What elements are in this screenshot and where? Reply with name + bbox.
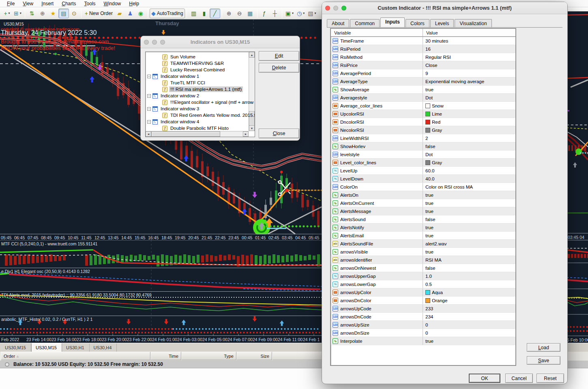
reset-button[interactable]: Reset — [536, 374, 564, 383]
param-row[interactable]: ½arrowsLowerGap0.5 — [331, 280, 515, 288]
param-row[interactable]: arrowsDnColorOrange — [331, 297, 515, 305]
collapse-icon[interactable]: − — [147, 94, 151, 98]
cancel-button[interactable]: Cancel — [505, 374, 533, 383]
load-button[interactable]: Load — [527, 343, 560, 352]
param-row[interactable]: ∿AlertsNotifytrue — [331, 224, 515, 232]
chart-tab-1[interactable]: US30,M15 — [31, 343, 62, 352]
tab-colors[interactable]: Colors — [406, 19, 429, 28]
chart-tab-2[interactable]: US30,H1 — [62, 344, 90, 352]
param-row[interactable]: 123RsiPeriod16 — [331, 45, 515, 53]
param-value-cell[interactable]: Snow — [423, 102, 515, 110]
scroll-thumb-horizontal[interactable] — [151, 131, 220, 137]
param-row[interactable]: 123LineWidthRSI2 — [331, 134, 515, 142]
param-row[interactable]: Level_color_linesGray — [331, 159, 515, 167]
param-row[interactable]: ∿AlertsOntrue — [331, 191, 515, 199]
param-value-cell[interactable]: 16 — [423, 45, 515, 53]
scroll-up-button[interactable]: ▲ — [249, 52, 255, 58]
param-value-cell[interactable]: true — [423, 86, 515, 93]
param-row[interactable]: ∿ShowHorlevfalse — [331, 142, 515, 150]
line-chart-button[interactable]: ╱ — [210, 9, 220, 18]
tab-levels[interactable]: Levels — [430, 19, 454, 28]
templates-button[interactable]: ▧▾ — [306, 9, 318, 18]
signals-icon[interactable]: ◉ — [135, 9, 146, 18]
param-row[interactable]: 123TimeFrame30 minutes — [331, 37, 515, 45]
param-value-cell[interactable]: Dot — [423, 94, 515, 101]
scroll-down-button[interactable]: ▼ — [249, 125, 255, 131]
param-row[interactable]: 123ColorOnColor on RSI cross MA — [331, 183, 515, 191]
horizontal-scrollbar[interactable]: ◄ ► — [146, 131, 249, 137]
param-value-cell[interactable]: false — [423, 215, 515, 223]
zoom-in-button[interactable]: ⊕ — [224, 9, 234, 18]
indicators-window-titlebar[interactable]: Indicators on US30,M15 — [141, 36, 300, 48]
indicators-tree[interactable]: ▲ ▼ ◄ ► ƒSun VolumeƒTEAMWITHERVING S&RƒL… — [145, 52, 255, 137]
param-value-cell[interactable]: Lime — [423, 110, 515, 118]
new-chart2-button[interactable]: ▣▾ — [284, 9, 295, 18]
param-value-cell[interactable]: Gray — [423, 126, 515, 134]
tree-indicator-item[interactable]: ƒ!!! RSI ma simple+Arrows 1.1 (mtf) — [162, 86, 243, 92]
zoom-out-button[interactable]: ⊖ — [234, 9, 245, 18]
chart-shift-button[interactable]: ┼ — [270, 9, 280, 18]
param-value-cell[interactable]: 9 — [423, 69, 515, 77]
param-row[interactable]: 123arrowsDnSize0 — [331, 329, 515, 337]
tree-indicator-item[interactable]: ƒDouble Parabolic MTF Histo — [162, 125, 230, 131]
param-value-cell[interactable]: Close — [423, 61, 515, 69]
param-value-cell[interactable]: 2 — [423, 134, 515, 142]
tree-indicator-item[interactable]: ƒSun Volume — [162, 54, 197, 60]
param-value-cell[interactable]: false — [423, 264, 515, 272]
chart-layout-button[interactable]: ⊞▾ — [12, 9, 23, 18]
param-value-cell[interactable]: 234 — [423, 313, 515, 320]
tree-indicator-item[interactable]: ƒTEAMWITHERVING S&R — [162, 60, 225, 67]
variable-column-header[interactable]: Variable — [331, 29, 423, 37]
tab-about[interactable]: About — [327, 19, 349, 28]
vertical-scrollbar[interactable]: ▲ ▼ — [249, 52, 255, 131]
param-value-cell[interactable]: false — [423, 142, 515, 150]
tab-inputs[interactable]: Inputs — [380, 17, 405, 28]
deposit-icon[interactable]: ▰ — [114, 9, 125, 18]
param-row[interactable]: abAlertsSoundFilealert2.wav — [331, 240, 515, 248]
param-value-cell[interactable]: Gray — [423, 159, 515, 166]
tree-indicator-item[interactable]: ƒLucky Reversal Combined — [162, 67, 226, 73]
collapse-icon[interactable]: − — [147, 120, 151, 124]
param-value-cell[interactable]: 233 — [423, 305, 515, 312]
param-row[interactable]: UpcolorRSILime — [331, 110, 515, 118]
param-value-cell[interactable]: 1.0 — [423, 272, 515, 280]
param-row[interactable]: DncolorRSIRed — [331, 118, 515, 126]
param-value-cell[interactable]: Red — [423, 118, 515, 126]
chart-tab-3[interactable]: US30,H4 — [90, 344, 117, 352]
close-button[interactable]: Close — [259, 129, 299, 138]
tree-indicator-item[interactable]: ƒ!!!Elegant oscillator + signal (mtf + a… — [162, 99, 255, 105]
autotrading-button[interactable]: ◆AutoTrading — [150, 9, 185, 18]
scroll-left-button[interactable]: ◄ — [146, 131, 151, 137]
menu-item-tools[interactable]: Tools — [81, 0, 99, 7]
param-value-cell[interactable]: true — [423, 232, 515, 239]
param-value-cell[interactable]: Color on RSI cross MA — [423, 183, 515, 191]
new-chart-button[interactable]: +▾ — [2, 9, 12, 18]
periods-button[interactable]: ◷▾ — [295, 9, 306, 18]
param-value-cell[interactable]: alert2.wav — [423, 240, 515, 247]
param-value-cell[interactable]: 60.0 — [423, 167, 515, 174]
menu-item-insert[interactable]: Insert — [38, 0, 57, 7]
param-row[interactable]: ½LevelUp60.0 — [331, 167, 515, 175]
new-order-button[interactable]: +New Order — [83, 9, 114, 18]
collapse-icon[interactable]: − — [147, 107, 151, 111]
param-value-cell[interactable]: true — [423, 337, 515, 345]
param-row[interactable]: ∿AlertsOnCurrenttrue — [331, 199, 515, 207]
tile-windows-button[interactable]: ▦ — [245, 9, 255, 18]
param-row[interactable]: ∿AlertsSoundfalse — [331, 215, 515, 224]
terminal-column-type[interactable]: Type — [181, 352, 236, 360]
param-row[interactable]: 123AveragestyleDot — [331, 94, 515, 102]
crosshair-icon[interactable]: ⊕ — [37, 9, 48, 18]
candlestick-button[interactable]: ▮ — [199, 9, 210, 18]
param-value-cell[interactable]: 40.0 — [423, 175, 515, 183]
background-chart-strip[interactable]: 03:45 04 5 Feb 10:00 — [567, 11, 588, 343]
menu-item-charts[interactable]: Charts — [58, 0, 79, 7]
param-value-cell[interactable]: true — [423, 248, 515, 256]
param-row[interactable]: NecolorRSIGray — [331, 126, 515, 134]
param-row[interactable]: 123RsiPriceClose — [331, 61, 515, 69]
param-row[interactable]: ∿arrowsOnNewestfalse — [331, 264, 515, 272]
tree-window-item[interactable]: −Indicator window 2 — [147, 92, 200, 99]
chart-tab-0[interactable]: US30,M15 — [1, 344, 31, 352]
edit-button[interactable]: Edit — [259, 51, 299, 61]
param-row[interactable]: 123arrowsUpCode233 — [331, 305, 515, 313]
param-row[interactable]: 123AveragePeriod9 — [331, 69, 515, 77]
